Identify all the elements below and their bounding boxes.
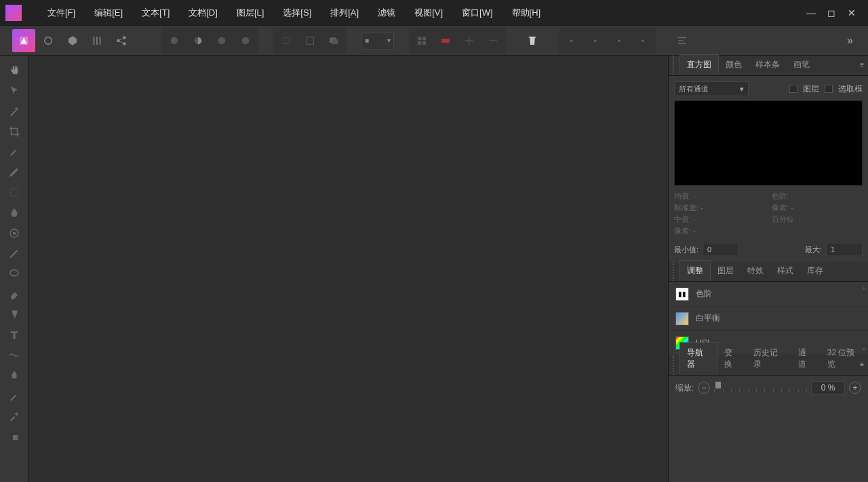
tb-arrange-1-icon[interactable]: ▫ <box>560 29 583 52</box>
tool-text-icon[interactable] <box>5 325 24 344</box>
menu-window[interactable]: 窗口[W] <box>452 3 502 23</box>
adj-whitebalance[interactable]: 白平衡 <box>669 306 868 331</box>
panel-drag-handle-icon[interactable] <box>673 355 677 375</box>
tab-navigator[interactable]: 导航器 <box>679 342 717 375</box>
tab-stock[interactable]: 库存 <box>800 261 830 281</box>
persona-liquify-icon[interactable] <box>37 29 60 52</box>
menu-view[interactable]: 视图[V] <box>405 3 452 23</box>
window-maximize-icon[interactable]: ◻ <box>826 7 837 18</box>
menu-help[interactable]: 帮助[H] <box>502 3 551 23</box>
svg-rect-16 <box>441 39 450 43</box>
max-input[interactable]: 1 <box>826 243 863 256</box>
tool-pencil-icon[interactable] <box>5 244 24 263</box>
persona-export-icon[interactable] <box>110 29 133 52</box>
cb-marquee-label: 选取框 <box>838 83 863 95</box>
persona-tone-icon[interactable] <box>85 29 108 52</box>
tool-swatch-icon[interactable] <box>5 427 24 446</box>
histogram-channel-dropdown[interactable]: 所有通道▾ <box>674 81 749 96</box>
menu-document[interactable]: 文档[D] <box>179 3 227 23</box>
tb-selection-icon[interactable] <box>298 29 321 52</box>
tb-snap2-icon[interactable] <box>481 29 505 52</box>
tool-pen-icon[interactable] <box>5 163 24 182</box>
persona-develop-icon[interactable] <box>61 29 84 52</box>
zoom-slider[interactable] <box>714 382 807 394</box>
tool-smudge-icon[interactable] <box>5 386 24 405</box>
tab-effects[interactable]: 特效 <box>741 261 770 281</box>
tb-blend-dropdown[interactable]: ■▾ <box>361 32 394 49</box>
menu-select[interactable]: 选择[S] <box>273 3 321 23</box>
tb-arrange-2-icon[interactable]: ▫ <box>584 29 607 52</box>
tab-32bit[interactable]: 32 位预览 <box>821 343 868 375</box>
panel-menu-icon[interactable]: ≡ <box>860 61 864 68</box>
tb-arrange-4-icon[interactable]: ▫ <box>631 29 654 52</box>
tool-gradient-icon[interactable] <box>5 224 24 243</box>
right-panel-area: 直方图 颜色 样本条 画笔 ≡ 所有通道▾ 图层 选取框 均值: - 色阶: -… <box>668 56 868 482</box>
adj-levels[interactable]: ▮▮ 色阶 <box>669 282 868 306</box>
cb-layer[interactable] <box>789 85 797 93</box>
tb-auto-levels-icon[interactable] <box>163 29 186 52</box>
tool-flood-icon[interactable] <box>5 203 24 222</box>
tool-eraser-icon[interactable] <box>5 285 24 304</box>
persona-photo-icon[interactable] <box>12 29 35 52</box>
tab-history[interactable]: 历史记录 <box>747 343 791 375</box>
panel-drag-handle-icon[interactable] <box>673 56 677 75</box>
menu-layer[interactable]: 图层[L] <box>227 3 273 23</box>
tool-eyedropper-icon[interactable] <box>5 407 24 426</box>
zoom-out-button[interactable]: − <box>698 382 710 394</box>
toolbar-overflow-icon[interactable]: » <box>844 32 856 49</box>
panel-menu-icon[interactable]: ≡ <box>860 361 864 368</box>
tool-clone-icon[interactable] <box>5 305 24 324</box>
stat-mean: 均值: - <box>674 191 765 201</box>
min-input[interactable]: 0 <box>703 243 739 256</box>
tool-brush-icon[interactable] <box>5 142 24 161</box>
tb-snap-icon[interactable] <box>458 29 481 52</box>
tool-crop-icon[interactable] <box>5 122 24 141</box>
adj-scrollbar[interactable]: ▲▼ <box>861 285 865 353</box>
window-minimize-icon[interactable]: — <box>806 7 816 18</box>
navigator-panel: 缩放: − 0 % + <box>669 376 868 400</box>
menu-file[interactable]: 文件[F] <box>38 3 85 23</box>
tab-brushes[interactable]: 画笔 <box>787 55 816 75</box>
levels-icon: ▮▮ <box>675 287 689 301</box>
tb-crop-icon[interactable] <box>275 29 298 52</box>
zoom-in-button[interactable]: + <box>849 382 861 394</box>
tb-arrange-3-icon[interactable]: ▫ <box>608 29 631 52</box>
menu-text[interactable]: 文本[T] <box>132 3 179 23</box>
window-close-icon[interactable]: ✕ <box>846 7 857 18</box>
cb-marquee[interactable] <box>825 85 833 93</box>
menu-filters[interactable]: 滤镜 <box>368 3 405 23</box>
tb-auto-wb-icon[interactable] <box>234 29 257 52</box>
tab-channels[interactable]: 通道 <box>791 343 821 375</box>
tool-blur-icon[interactable] <box>5 366 24 385</box>
tb-align-icon[interactable] <box>671 29 694 52</box>
canvas-area[interactable] <box>28 56 668 482</box>
tb-auto-contrast-icon[interactable] <box>186 29 210 52</box>
tool-marquee-icon[interactable] <box>5 183 24 202</box>
tool-lasso-icon[interactable] <box>5 264 24 283</box>
zoom-value[interactable]: 0 % <box>811 381 845 395</box>
menu-arrange[interactable]: 排列[A] <box>321 3 368 23</box>
tb-assist-icon[interactable] <box>434 29 457 52</box>
tool-hand-icon[interactable] <box>5 61 24 80</box>
tab-styles[interactable]: 样式 <box>770 261 800 281</box>
tab-transform[interactable]: 变换 <box>717 343 747 375</box>
zoom-label: 缩放: <box>675 382 694 394</box>
tab-layers[interactable]: 图层 <box>711 261 741 281</box>
svg-rect-8 <box>283 37 290 43</box>
tb-grid-icon[interactable] <box>410 29 433 52</box>
tool-move-icon[interactable] <box>5 81 24 100</box>
tb-auto-colors-icon[interactable] <box>210 29 233 52</box>
tab-histogram[interactable]: 直方图 <box>679 54 719 75</box>
tab-adjust[interactable]: 调整 <box>679 260 711 281</box>
panel-drag-handle-icon[interactable] <box>673 262 677 281</box>
tab-swatches[interactable]: 样本条 <box>749 55 787 75</box>
tool-healing-icon[interactable] <box>5 346 24 365</box>
tb-stack-icon[interactable] <box>322 29 345 52</box>
menu-edit[interactable]: 编辑[E] <box>85 3 132 23</box>
svg-point-7 <box>242 37 250 44</box>
tool-color-picker-icon[interactable] <box>5 102 24 121</box>
adjust-tabs: 调整 图层 特效 样式 库存 <box>669 262 868 282</box>
tab-color[interactable]: 颜色 <box>719 55 749 75</box>
svg-point-4 <box>171 37 178 44</box>
tb-trash-icon[interactable] <box>521 29 544 52</box>
